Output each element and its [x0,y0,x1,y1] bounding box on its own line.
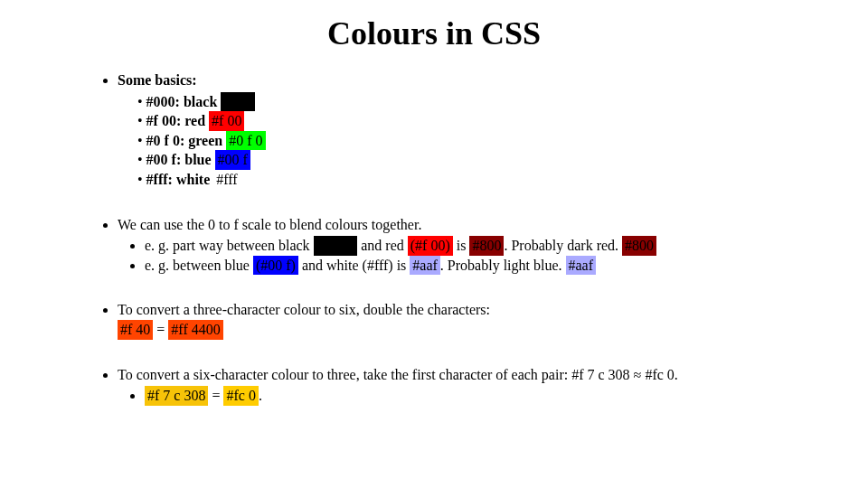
six-to-three-eq: = [208,388,223,403]
swatch-aaf: #aaf [410,256,440,276]
swatch-0f0: #0 f 0 [226,131,265,151]
bullet-basics: Some basics: #000: black #000 #f 00: red… [118,70,832,190]
blend1-pre: e. g. part way between black [145,238,314,253]
swatch-aaf-2: #aaf [566,256,597,276]
swatch-f40: #f 40 [118,320,153,340]
six-to-three-sublist: #f 7 c 308 = #fc 0. [118,386,832,406]
six-to-three-dot: . [259,388,262,403]
swatch-000-paren: (#000) [314,236,358,256]
basic-red: #f 00: red #f 00 [137,111,832,131]
swatch-fc0: #fc 0 [223,386,258,406]
bullet-list: Some basics: #000: black #000 #f 00: red… [36,70,832,406]
blend-example-1: e. g. part way between black (#000) and … [145,236,832,256]
bullet-three-to-six: To convert a three-character colour to s… [118,300,832,339]
three-to-six-lead: To convert a three-character colour to s… [118,302,490,317]
bullet-blend: We can use the 0 to f scale to blend col… [118,215,832,276]
blend2-pre: e. g. between blue [145,258,253,273]
blend-sublist: e. g. part way between black (#000) and … [118,236,832,275]
blend1-mid2: is [453,238,470,253]
slide: Colours in CSS Some basics: #000: black … [0,0,868,488]
swatch-f00: #f 00 [209,111,244,131]
swatch-ff4400: #ff 4400 [168,320,222,340]
blend-example-2: e. g. between blue (#00 f) and white (#f… [145,256,832,276]
swatch-800-2: #800 [622,236,656,256]
bullet-basics-lead: Some basics: [118,72,197,88]
swatch-00f-paren: (#00 f) [253,256,298,276]
six-to-three-lead: To convert a six-character colour to thr… [118,367,678,382]
bullet-blend-lead: We can use the 0 to f scale to blend col… [118,217,421,232]
basics-sublist: #000: black #000 #f 00: red #f 00 #0 f 0… [118,92,832,190]
basic-red-label: #f 00: red [146,113,209,128]
basic-green-label: #0 f 0: green [146,133,227,148]
basic-green: #0 f 0: green #0 f 0 [137,131,832,151]
swatch-000: #000 [221,92,255,112]
swatch-800: #800 [469,236,504,256]
basic-white-label: #fff: white [146,172,214,187]
blend2-mid2: . Probably light blue. [440,258,566,273]
basic-black: #000: black #000 [137,92,832,112]
swatch-f00-paren: (#f 00) [408,236,453,256]
swatch-fff: #fff [213,170,240,190]
bullet-six-to-three: To convert a six-character colour to thr… [118,365,832,406]
three-to-six-eq: = [153,322,168,337]
basic-blue: #00 f: blue #00 f [137,150,832,170]
six-to-three-example: #f 7 c 308 = #fc 0. [145,386,832,406]
blend2-mid1: and white (#fff) is [298,258,410,273]
blend1-mid3: . Probably dark red. [504,238,622,253]
blend1-mid1: and red [357,238,408,253]
slide-title: Colours in CSS [36,14,832,52]
basic-white: #fff: white #fff [137,170,832,190]
basic-blue-label: #00 f: blue [146,152,215,167]
swatch-00f: #00 f [215,150,250,170]
swatch-f7c308: #f 7 c 308 [145,386,208,406]
basic-black-label: #000: black [146,94,222,109]
